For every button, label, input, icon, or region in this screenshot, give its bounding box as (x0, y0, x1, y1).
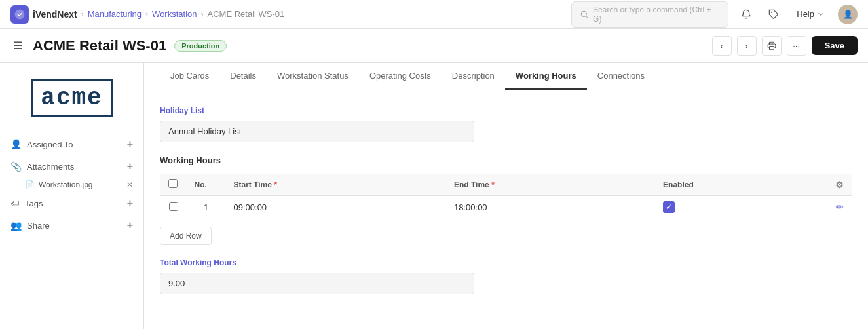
sidebar-toggle[interactable]: ☰ (10, 37, 25, 54)
row-enabled-cell: ✓ (655, 196, 827, 219)
search-icon (580, 10, 589, 19)
total-working-hours-label: Total Working Hours (160, 258, 852, 267)
tab-connections[interactable]: Connections (587, 63, 655, 90)
tab-workstation-status[interactable]: Workstation Status (267, 63, 359, 90)
app-logo (10, 5, 29, 24)
th-no: No. (187, 174, 226, 196)
tags-btn[interactable] (764, 5, 783, 24)
user-icon: 👤 (10, 139, 22, 149)
total-working-hours-value: 9.00 (160, 273, 474, 294)
search-bar[interactable]: Search or type a command (Ctrl + G) (571, 1, 728, 28)
breadcrumb-manufacturing[interactable]: Manufacturing (88, 9, 142, 19)
row-end-time: 18:00:00 (446, 196, 655, 219)
next-record-btn[interactable]: › (737, 36, 757, 56)
sidebar-item-tags[interactable]: 🏷 Tags + (0, 192, 143, 214)
row-start-time: 09:00:00 (226, 196, 446, 219)
sidebar-logo-area: acme (0, 73, 143, 128)
sidebar-item-attachments[interactable]: 📎 Attachments + (0, 155, 143, 178)
breadcrumb-sep-1: › (81, 10, 84, 19)
row-actions-cell: ✏ (827, 196, 852, 219)
assigned-to-label: Assigned To (27, 140, 73, 149)
tab-working-hours[interactable]: Working Hours (505, 63, 587, 90)
help-label: Help (797, 9, 814, 19)
tab-job-cards[interactable]: Job Cards (160, 63, 219, 90)
select-all-checkbox[interactable] (168, 179, 178, 188)
working-hours-section: Working Hours No. Start Time * (160, 155, 852, 294)
table-settings-icon[interactable]: ⚙ (835, 180, 844, 190)
th-enabled: Enabled (655, 174, 827, 196)
status-badge: Production (174, 40, 227, 52)
share-label: Share (27, 221, 50, 231)
page-header: ☰ ACME Retail WS-01 Production ‹ › ··· S… (0, 29, 868, 63)
acme-logo: acme (31, 79, 112, 117)
search-placeholder: Search or type a command (Ctrl + G) (593, 5, 720, 24)
sidebar-section: 👤 Assigned To + 📎 Attachments + 📄 Workst… (0, 133, 143, 237)
attachments-label: Attachments (27, 162, 74, 172)
th-settings: ⚙ (827, 174, 852, 196)
paperclip-icon: 📎 (10, 161, 22, 172)
th-start-time: Start Time * (226, 174, 446, 196)
content-area: Job Cards Details Workstation Status Ope… (144, 63, 868, 329)
sidebar-item-share[interactable]: 👥 Share + (0, 214, 143, 237)
th-checkbox (160, 174, 187, 196)
holiday-list-input[interactable]: Annual Holiday List (160, 121, 474, 142)
row-checkbox[interactable] (169, 202, 178, 211)
working-hours-section-title: Working Hours (160, 155, 852, 165)
form-content: Holiday List Annual Holiday List Working… (144, 90, 868, 310)
total-working-hours-section: Total Working Hours 9.00 (160, 258, 852, 294)
breadcrumb-workstation[interactable]: Workstation (152, 9, 197, 19)
page-header-left: ☰ ACME Retail WS-01 Production (10, 37, 227, 54)
svg-rect-3 (769, 42, 774, 45)
tags-label: Tags (25, 199, 43, 208)
end-time-required: * (491, 180, 495, 189)
table-row: 1 09:00:00 18:00:00 ✓ ✏ (160, 196, 852, 219)
attachments-add-btn[interactable]: + (127, 161, 133, 172)
table-header-row: No. Start Time * End Time * Enabled (160, 174, 852, 196)
brand-name: iVendNext (33, 9, 77, 20)
holiday-list-label: Holiday List (160, 106, 852, 115)
prev-record-btn[interactable]: ‹ (712, 36, 732, 56)
share-icon: 👥 (10, 220, 22, 231)
topbar-left: iVendNext › Manufacturing › Workstation … (10, 5, 284, 24)
tab-description[interactable]: Description (442, 63, 505, 90)
tab-details[interactable]: Details (219, 63, 267, 90)
page-title: ACME Retail WS-01 (33, 37, 166, 54)
svg-rect-4 (769, 46, 774, 49)
topbar: iVendNext › Manufacturing › Workstation … (0, 0, 868, 29)
attachment-remove-btn[interactable]: ✕ (126, 180, 133, 189)
start-time-required: * (274, 180, 277, 189)
help-btn[interactable]: Help (791, 7, 830, 22)
notifications-btn[interactable] (736, 5, 756, 24)
topbar-right: Search or type a command (Ctrl + G) Help… (571, 1, 858, 28)
add-row-button[interactable]: Add Row (160, 227, 212, 245)
share-add-btn[interactable]: + (127, 220, 133, 231)
attachment-filename[interactable]: Workstation.jpg (39, 180, 92, 189)
sidebar-file-item: 📄 Workstation.jpg ✕ (0, 178, 143, 192)
more-options-btn[interactable]: ··· (787, 36, 806, 56)
svg-point-2 (771, 11, 772, 12)
file-icon: 📄 (25, 180, 35, 189)
tags-add-btn[interactable]: + (127, 197, 133, 209)
breadcrumb-current: ACME Retail WS-01 (208, 9, 285, 19)
main-layout: acme 👤 Assigned To + 📎 Attachments + 📄 W… (0, 63, 868, 329)
working-hours-table: No. Start Time * End Time * Enabled (160, 173, 852, 219)
breadcrumb-sep-3: › (201, 10, 204, 19)
avatar[interactable]: 👤 (838, 5, 858, 24)
page-header-right: ‹ › ··· Save (712, 36, 858, 56)
tag-icon: 🏷 (10, 198, 20, 208)
print-btn[interactable] (762, 36, 782, 56)
row-no: 1 (187, 196, 226, 219)
sidebar-item-assigned-to[interactable]: 👤 Assigned To + (0, 133, 143, 155)
save-button[interactable]: Save (812, 36, 858, 55)
assigned-to-add-btn[interactable]: + (127, 138, 133, 150)
row-checkbox-cell (160, 196, 187, 219)
th-end-time: End Time * (446, 174, 655, 196)
breadcrumb-sep-2: › (145, 10, 148, 19)
sidebar: acme 👤 Assigned To + 📎 Attachments + 📄 W… (0, 63, 144, 329)
holiday-list-section: Holiday List Annual Holiday List (160, 106, 852, 142)
enabled-checkbox[interactable]: ✓ (663, 201, 675, 213)
tab-operating-costs[interactable]: Operating Costs (359, 63, 442, 90)
svg-point-0 (15, 9, 25, 19)
row-edit-btn[interactable]: ✏ (836, 202, 844, 212)
tabs-bar: Job Cards Details Workstation Status Ope… (144, 63, 868, 90)
